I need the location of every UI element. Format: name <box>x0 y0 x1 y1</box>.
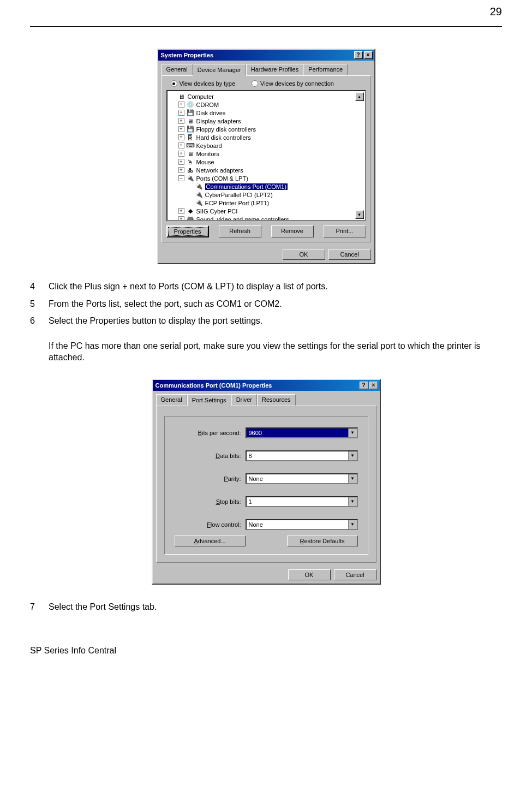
databits-combo[interactable]: 8 ▼ <box>246 450 358 461</box>
tree-item[interactable]: +🖧Network adapters <box>168 166 365 174</box>
tree-expander-icon[interactable]: + <box>178 151 184 157</box>
tab-general[interactable]: General <box>162 64 193 75</box>
instruction-note: If the PC has more than one serial port,… <box>49 340 502 364</box>
device-icon: ⌨ <box>186 142 195 150</box>
bits-combo[interactable]: 9600 ▼ <box>246 427 358 438</box>
device-icon: 🔌 <box>186 175 195 182</box>
tree-item[interactable]: 🔌CyberParallel PCI (LPT2) <box>168 191 365 199</box>
tree-expander-icon[interactable]: + <box>178 159 184 165</box>
device-tree[interactable]: ▲ ▼ 🖥Computer+💿CDROM+💾Disk drives+🖥Displ… <box>166 90 366 221</box>
tree-item[interactable]: +🖥Monitors <box>168 150 365 158</box>
tree-label: Ports (COM & LPT) <box>196 175 248 182</box>
radio-label: View devices by type <box>180 80 236 87</box>
device-icon: 🗄 <box>186 134 195 141</box>
tree-item[interactable]: –🔌Ports (COM & LPT) <box>168 174 365 182</box>
tree-expander-icon[interactable]: + <box>178 134 184 140</box>
scroll-down-icon[interactable]: ▼ <box>355 210 364 219</box>
tree-expander-icon[interactable]: + <box>178 167 184 173</box>
radio-by-connection[interactable]: View devices by connection <box>252 80 334 87</box>
restore-defaults-button[interactable]: Restore Defaults <box>287 536 358 546</box>
instruction-step: 5From the Ports list, select the port, s… <box>30 298 502 310</box>
step-text: Click the Plus sign + next to Ports (COM… <box>49 281 328 293</box>
tree-item[interactable]: 🔌ECP Printer Port (LPT1) <box>168 199 365 207</box>
scroll-up-icon[interactable]: ▲ <box>355 92 364 101</box>
tree-label: Monitors <box>196 151 219 157</box>
tree-expander-icon[interactable]: + <box>178 118 184 124</box>
header-rule <box>30 26 502 27</box>
tree-item[interactable]: 🔌Communications Port (COM1) <box>168 182 365 191</box>
tree-item[interactable]: +💾Disk drives <box>168 109 365 117</box>
page-footer: SP Series Info Central <box>30 646 502 656</box>
tab-port-settings[interactable]: Port Settings <box>187 394 231 406</box>
chevron-down-icon[interactable]: ▼ <box>348 520 357 529</box>
refresh-button[interactable]: Refresh <box>219 225 261 237</box>
tab-body: Bits per second: 9600 ▼ Data bits: 8 ▼ P… <box>156 406 376 563</box>
tree-item[interactable]: +⌨Keyboard <box>168 141 365 150</box>
tab-performance[interactable]: Performance <box>303 64 348 75</box>
ok-button[interactable]: OK <box>283 249 325 260</box>
tree-item[interactable]: 🖥Computer <box>168 92 365 100</box>
tab-device-manager[interactable]: Device Manager <box>193 64 246 76</box>
radio-dot-icon <box>171 80 177 87</box>
radio-by-type[interactable]: View devices by type <box>171 80 236 87</box>
tree-item[interactable]: +◆SIIG Cyber PCI <box>168 207 365 215</box>
instruction-list: 7 Select the Port Settings tab. <box>30 601 502 613</box>
tree-label: Keyboard <box>196 142 222 149</box>
help-icon[interactable]: ? <box>360 382 368 389</box>
field-flow-control: Flow control: None ▼ <box>175 519 358 530</box>
cancel-button[interactable]: Cancel <box>334 569 376 580</box>
stopbits-combo[interactable]: 1 ▼ <box>246 496 358 507</box>
parity-combo[interactable]: None ▼ <box>246 473 358 484</box>
radio-dot-icon <box>252 80 258 87</box>
combo-value: 8 <box>247 451 348 460</box>
flow-combo[interactable]: None ▼ <box>246 519 358 530</box>
tree-expander-icon[interactable]: + <box>178 110 184 116</box>
tree-label: SIIG Cyber PCI <box>196 208 238 215</box>
tree-item[interactable]: +💿CDROM <box>168 100 365 109</box>
tab-hardware-profiles[interactable]: Hardware Profiles <box>246 64 303 75</box>
print-button[interactable]: Print... <box>324 225 366 237</box>
page-number: 29 <box>490 5 502 18</box>
tree-item[interactable]: +🗄Hard disk controllers <box>168 133 365 141</box>
device-icon: 🖱 <box>186 158 195 166</box>
tree-expander-icon[interactable]: – <box>178 175 184 181</box>
chevron-down-icon[interactable]: ▼ <box>348 474 357 483</box>
tree-expander-icon[interactable]: + <box>178 216 184 221</box>
cancel-button[interactable]: Cancel <box>328 249 371 260</box>
tab-driver[interactable]: Driver <box>231 394 257 406</box>
tree-item[interactable]: +💾Floppy disk controllers <box>168 125 365 133</box>
field-data-bits: Data bits: 8 ▼ <box>175 450 358 461</box>
tab-body: View devices by type View devices by con… <box>162 75 371 242</box>
step-text: From the Ports list, select the port, su… <box>49 298 282 310</box>
tree-expander-icon[interactable]: + <box>178 126 184 132</box>
tree-item[interactable]: +🎮Sound, video and game controllers <box>168 215 365 221</box>
button-row: PropertiesRefreshRemovePrint... <box>166 225 366 237</box>
device-icon: 🎮 <box>186 216 195 222</box>
tree-label: Display adapters <box>196 118 241 124</box>
tab-resources[interactable]: Resources <box>257 394 296 406</box>
tree-item[interactable]: +🖱Mouse <box>168 158 365 166</box>
tree-expander-icon[interactable]: + <box>178 142 184 148</box>
tree-label: Sound, video and game controllers <box>196 216 289 222</box>
tree-label: Floppy disk controllers <box>196 126 256 133</box>
tree-item[interactable]: +🖥Display adapters <box>168 117 365 125</box>
chevron-down-icon[interactable]: ▼ <box>348 451 357 460</box>
advanced-button[interactable]: Advanced... <box>175 536 246 546</box>
tree-expander-icon[interactable]: + <box>178 102 184 108</box>
chevron-down-icon[interactable]: ▼ <box>348 497 357 506</box>
help-icon[interactable]: ? <box>354 51 363 59</box>
properties-button[interactable]: Properties <box>166 225 209 237</box>
field-label: Bits per second: <box>175 430 246 436</box>
instruction-step: 7 Select the Port Settings tab. <box>30 601 502 613</box>
tab-strip: GeneralPort SettingsDriverResources <box>153 391 380 406</box>
combo-value: None <box>247 520 348 529</box>
device-icon: 🔌 <box>195 191 204 199</box>
remove-button[interactable]: Remove <box>271 225 314 237</box>
close-icon[interactable]: × <box>369 382 378 389</box>
field-stop-bits: Stop bits: 1 ▼ <box>175 496 358 507</box>
close-icon[interactable]: × <box>364 51 373 59</box>
chevron-down-icon[interactable]: ▼ <box>348 429 357 437</box>
tab-general[interactable]: General <box>156 394 187 406</box>
tree-expander-icon[interactable]: + <box>178 208 184 214</box>
ok-button[interactable]: OK <box>288 569 331 580</box>
